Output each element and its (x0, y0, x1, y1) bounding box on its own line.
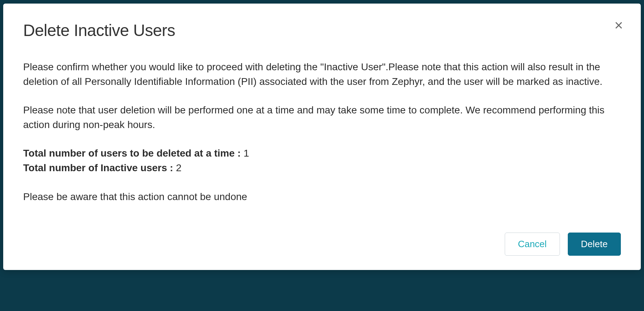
cancel-button[interactable]: Cancel (505, 233, 560, 256)
stat-batch-row: Total number of users to be deleted at a… (23, 146, 621, 161)
stat-batch-value: 1 (241, 148, 249, 159)
modal-footer: Cancel Delete (23, 233, 621, 256)
delete-button[interactable]: Delete (568, 233, 621, 256)
confirmation-paragraph: Please confirm whether you would like to… (23, 60, 621, 89)
stat-batch-label: Total number of users to be deleted at a… (23, 148, 241, 159)
irreversible-warning: Please be aware that this action cannot … (23, 190, 621, 204)
stat-inactive-label: Total number of Inactive users : (23, 162, 173, 173)
delete-inactive-users-modal: Delete Inactive Users Please confirm whe… (3, 4, 641, 270)
stats-block: Total number of users to be deleted at a… (23, 146, 621, 175)
close-icon (614, 20, 624, 31)
modal-title: Delete Inactive Users (23, 21, 621, 40)
stat-inactive-value: 2 (173, 162, 181, 173)
stat-inactive-row: Total number of Inactive users : 2 (23, 161, 621, 175)
timing-note-paragraph: Please note that user deletion will be p… (23, 103, 621, 132)
close-button[interactable] (612, 19, 625, 32)
